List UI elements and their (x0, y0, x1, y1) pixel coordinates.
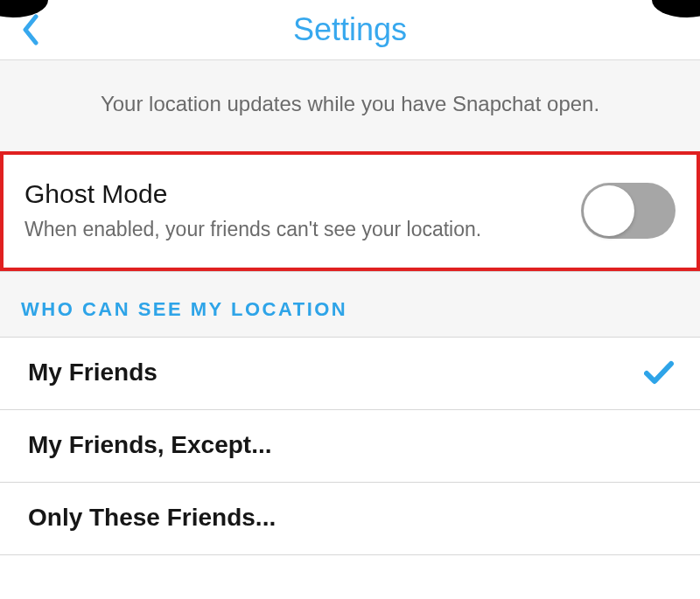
back-icon[interactable] (16, 9, 46, 51)
option-my-friends-except[interactable]: My Friends, Except... (0, 410, 700, 483)
option-label: Only These Friends... (28, 504, 276, 532)
ghost-mode-toggle[interactable] (581, 183, 676, 239)
option-label: My Friends, Except... (28, 431, 272, 459)
location-info-banner: Your location updates while you have Sna… (0, 59, 700, 151)
who-can-see-section-header: WHO CAN SEE MY LOCATION (0, 272, 700, 338)
toggle-knob (584, 185, 634, 236)
option-only-these-friends[interactable]: Only These Friends... (0, 483, 700, 555)
header-bar: Settings (0, 0, 700, 59)
option-my-friends[interactable]: My Friends (0, 338, 700, 410)
notch-right (652, 0, 700, 17)
option-label: My Friends (28, 359, 158, 387)
ghost-mode-description: When enabled, your friends can't see you… (24, 218, 565, 241)
ghost-mode-text: Ghost Mode When enabled, your friends ca… (24, 179, 565, 241)
section-header-label: WHO CAN SEE MY LOCATION (21, 298, 679, 321)
ghost-mode-row: Ghost Mode When enabled, your friends ca… (0, 151, 700, 272)
ghost-mode-title: Ghost Mode (24, 179, 565, 209)
ghost-mode-highlight: Ghost Mode When enabled, your friends ca… (0, 151, 700, 271)
page-title: Settings (293, 11, 407, 48)
check-icon (644, 360, 679, 385)
